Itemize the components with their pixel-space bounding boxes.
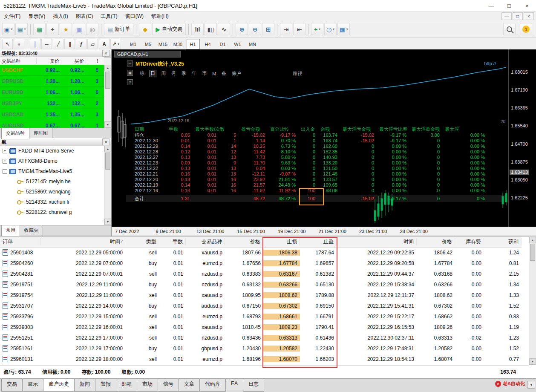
timeframe-mn[interactable]: MN xyxy=(245,39,259,49)
line-chart-button[interactable]: ∿ xyxy=(218,23,230,35)
sidebar-tab[interactable]: 收藏夹 xyxy=(20,225,43,236)
chart-region[interactable]: GBPCAD.p,H1 xyxy=(112,49,536,236)
candlestick-button[interactable]: ▮▯ xyxy=(205,23,217,35)
help-button[interactable]: 1 xyxy=(520,23,532,35)
restore-icon[interactable]: □ xyxy=(500,0,518,11)
market-watch-row[interactable]: USDJPY132...132...2 xyxy=(0,98,104,109)
history-column-header[interactable]: 时间 ∕ xyxy=(41,238,125,245)
navigator-button[interactable]: ★ xyxy=(60,23,72,35)
scroll-thumb[interactable] xyxy=(105,72,110,89)
navigator-item[interactable]: +ATFXGM8-Demo xyxy=(0,156,104,166)
navigator-item[interactable]: 5214332: xuchun li xyxy=(0,197,104,207)
history-column-header[interactable]: 价格 xyxy=(225,238,263,245)
expand-icon[interactable]: + xyxy=(3,149,7,153)
new-order-button[interactable]: ▤新订单 xyxy=(104,23,133,35)
expand-icon[interactable]: + xyxy=(3,159,7,164)
zoom-in-button[interactable]: ⊕ xyxy=(236,23,248,35)
terminal-tab[interactable]: 交易 xyxy=(1,379,23,392)
market-watch-row[interactable]: EURUSD1.06...1.06...0 xyxy=(0,87,104,98)
navigator-item[interactable]: 5215869: wenqiang xyxy=(0,187,104,197)
new-chart-button[interactable]: ▣▾ xyxy=(2,23,14,35)
market-watch-row[interactable]: USDCAD1.35...1.35...3 xyxy=(0,109,104,120)
menu-item[interactable]: 文件(F) xyxy=(0,12,24,21)
history-column-header[interactable]: 价格 xyxy=(417,238,455,245)
scroll-thumb[interactable] xyxy=(105,153,110,170)
chart-close-icon[interactable]: × xyxy=(524,12,534,20)
arrows-button[interactable]: ↗▾ xyxy=(110,39,121,49)
fibonacci-button[interactable]: ƒ xyxy=(76,39,86,49)
timeframe-d1[interactable]: D1 xyxy=(216,39,230,49)
profiles-button[interactable]: ▤▾ xyxy=(15,23,28,35)
scroll-down-icon[interactable]: ▼ xyxy=(529,358,536,365)
navigator-item[interactable]: 5127145: meiyin he xyxy=(0,176,104,187)
navigator-item[interactable]: 5228122: chunwei g xyxy=(0,207,104,217)
terminal-tab[interactable]: 文章 xyxy=(179,379,200,392)
market-watch-button[interactable]: ▦ xyxy=(33,23,46,35)
scroll-up-icon[interactable]: ▲ xyxy=(104,65,111,71)
menu-item[interactable]: 显示(V) xyxy=(24,12,49,21)
menu-item[interactable]: 图表(C) xyxy=(72,12,97,21)
history-column-header[interactable]: 类型 xyxy=(125,238,159,245)
history-column-header[interactable]: 订单 xyxy=(0,238,41,245)
history-column-header[interactable]: 交易品种 xyxy=(186,238,225,245)
scroll-down-icon[interactable]: ▼ xyxy=(104,219,111,225)
history-column-header[interactable]: 手数 xyxy=(159,238,186,245)
vertical-line-button[interactable]: │ xyxy=(30,39,40,49)
terminal-tab[interactable]: 代码库 xyxy=(199,379,226,392)
data-window-button[interactable]: + xyxy=(46,23,59,35)
close-icon[interactable]: × xyxy=(518,0,536,11)
strategy-tester-button[interactable]: ◎ xyxy=(86,23,98,35)
cursor-button[interactable]: ↖ xyxy=(2,39,13,49)
tabs-scroll-icon[interactable]: ▾ xyxy=(527,381,535,389)
market-watch-row[interactable]: AUDUSD0.67...0.67...1 xyxy=(0,120,104,128)
collapse-icon[interactable]: − xyxy=(3,169,7,174)
shapes-button[interactable]: ▱ xyxy=(87,39,98,49)
navigator-item[interactable]: +FXDD-MT4 Demo Serve xyxy=(0,146,104,156)
terminal-tab[interactable]: EA xyxy=(225,379,243,390)
navigator-scrollbar[interactable]: ▲ ▼ xyxy=(104,146,111,225)
chart-restore-icon[interactable]: □ xyxy=(513,12,523,20)
tile-windows-button[interactable]: ⊞ xyxy=(262,23,274,35)
timeframe-h1[interactable]: H1 xyxy=(186,39,200,49)
history-column-header[interactable]: 获利 xyxy=(484,238,522,245)
chart-minimize-icon[interactable]: — xyxy=(501,12,512,20)
menu-item[interactable]: 窗口(W) xyxy=(121,12,147,21)
terminal-tab[interactable]: 信号 xyxy=(158,379,179,392)
scroll-up-icon[interactable]: ▲ xyxy=(104,146,111,152)
terminal-tab[interactable]: 警报 xyxy=(95,379,116,392)
terminal-tab[interactable]: 市场 xyxy=(137,379,158,392)
metaeditor-button[interactable]: ◆ xyxy=(139,23,151,35)
terminal-tab[interactable]: 展示 xyxy=(22,379,43,392)
zoom-out-button[interactable]: ⊖ xyxy=(249,23,261,35)
chart-shift-button[interactable]: ⇤ xyxy=(293,23,305,35)
timeframe-m5[interactable]: M5 xyxy=(141,39,155,49)
market-watch-close-icon[interactable]: × xyxy=(102,50,110,57)
scroll-up-icon[interactable]: ▲ xyxy=(529,237,536,243)
history-column-header[interactable]: 时间 xyxy=(337,238,417,245)
market-watch-row[interactable]: USDCHF0.92...0.92...5 xyxy=(0,65,104,76)
navigator-close-icon[interactable]: × xyxy=(102,138,110,145)
terminal-tab[interactable]: 日志 xyxy=(243,379,264,392)
trendline-button[interactable]: ╱ xyxy=(53,39,63,49)
scroll-thumb[interactable] xyxy=(530,244,535,261)
terminal-button[interactable]: ▥ xyxy=(73,23,85,35)
history-column-header[interactable]: 库存费 xyxy=(455,238,484,245)
timeframe-m1[interactable]: M1 xyxy=(126,39,140,49)
menu-item[interactable]: 帮助(H) xyxy=(147,12,173,21)
terminal-tab[interactable]: 账户历史 xyxy=(43,379,75,392)
bar-chart-button[interactable]: lıl xyxy=(191,23,204,35)
timeframe-w1[interactable]: W1 xyxy=(231,39,245,49)
navigator-item[interactable]: −TMGM.TradeMax-Live5 xyxy=(0,166,104,176)
terminal-tab[interactable]: 邮箱 xyxy=(116,379,137,392)
auto-scroll-button[interactable]: ⇥ xyxy=(280,23,292,35)
crosshair-button[interactable]: + xyxy=(14,39,24,49)
scroll-down-icon[interactable]: ▼ xyxy=(104,121,111,128)
horizontal-line-button[interactable]: ─ xyxy=(41,39,52,49)
channel-button[interactable]: ∥ xyxy=(64,39,75,49)
terminal-scrollbar[interactable]: ▲ ▼ xyxy=(529,237,536,365)
indicators-button[interactable]: +▾ xyxy=(311,23,323,35)
autotrading-button[interactable]: ▶自动交易 xyxy=(152,23,186,35)
sidebar-tab[interactable]: 常用 xyxy=(1,225,20,236)
menu-item[interactable]: 插入(I) xyxy=(49,12,72,21)
text-button[interactable]: A xyxy=(99,39,110,49)
